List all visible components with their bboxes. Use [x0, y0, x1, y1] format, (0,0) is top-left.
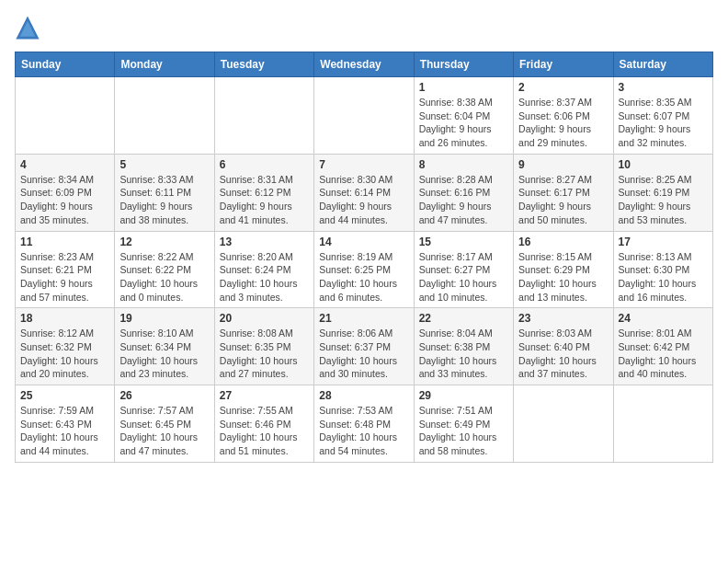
day-info: Sunrise: 7:59 AM Sunset: 6:43 PM Dayligh…	[20, 404, 109, 458]
day-info: Sunrise: 8:27 AM Sunset: 6:17 PM Dayligh…	[518, 173, 608, 227]
day-info: Sunrise: 8:04 AM Sunset: 6:38 PM Dayligh…	[419, 327, 508, 381]
day-number: 16	[518, 236, 608, 248]
calendar-cell: 21Sunrise: 8:06 AM Sunset: 6:37 PM Dayli…	[314, 308, 414, 385]
col-header-friday: Friday	[514, 52, 613, 77]
day-number: 2	[518, 81, 608, 94]
day-number: 13	[220, 236, 309, 248]
day-number: 25	[20, 389, 109, 402]
day-info: Sunrise: 8:38 AM Sunset: 6:04 PM Dayligh…	[419, 96, 508, 150]
calendar-cell: 14Sunrise: 8:19 AM Sunset: 6:25 PM Dayli…	[314, 231, 414, 308]
day-number: 29	[419, 389, 508, 402]
day-number: 3	[619, 81, 708, 94]
calendar-cell: 19Sunrise: 8:10 AM Sunset: 6:34 PM Dayli…	[115, 308, 214, 385]
calendar-cell: 12Sunrise: 8:22 AM Sunset: 6:22 PM Dayli…	[115, 231, 214, 308]
calendar-cell: 22Sunrise: 8:04 AM Sunset: 6:38 PM Dayli…	[414, 308, 513, 385]
page-header	[15, 15, 713, 40]
calendar-cell: 3Sunrise: 8:35 AM Sunset: 6:07 PM Daylig…	[613, 77, 712, 155]
col-header-wednesday: Wednesday	[314, 52, 414, 77]
calendar-cell: 7Sunrise: 8:30 AM Sunset: 6:14 PM Daylig…	[314, 154, 414, 231]
day-info: Sunrise: 8:23 AM Sunset: 6:21 PM Dayligh…	[20, 250, 109, 304]
calendar-cell: 28Sunrise: 7:53 AM Sunset: 6:48 PM Dayli…	[314, 385, 414, 463]
calendar-week-row: 4Sunrise: 8:34 AM Sunset: 6:09 PM Daylig…	[16, 154, 713, 231]
day-number: 6	[220, 158, 309, 171]
calendar-cell	[613, 385, 712, 463]
calendar-cell: 17Sunrise: 8:13 AM Sunset: 6:30 PM Dayli…	[613, 231, 712, 308]
calendar-header-row: SundayMondayTuesdayWednesdayThursdayFrid…	[16, 52, 713, 77]
day-number: 19	[119, 312, 209, 325]
day-info: Sunrise: 8:31 AM Sunset: 6:12 PM Dayligh…	[220, 173, 309, 227]
calendar-cell: 2Sunrise: 8:37 AM Sunset: 6:06 PM Daylig…	[514, 77, 613, 155]
day-number: 15	[419, 236, 508, 248]
calendar-cell: 13Sunrise: 8:20 AM Sunset: 6:24 PM Dayli…	[214, 231, 313, 308]
logo	[15, 15, 42, 40]
calendar-week-row: 11Sunrise: 8:23 AM Sunset: 6:21 PM Dayli…	[16, 231, 713, 308]
day-number: 18	[20, 312, 109, 325]
col-header-monday: Monday	[115, 52, 214, 77]
day-info: Sunrise: 7:57 AM Sunset: 6:45 PM Dayligh…	[119, 404, 209, 458]
calendar-cell: 20Sunrise: 8:08 AM Sunset: 6:35 PM Dayli…	[214, 308, 313, 385]
calendar-cell	[115, 77, 214, 155]
calendar-cell: 9Sunrise: 8:27 AM Sunset: 6:17 PM Daylig…	[514, 154, 613, 231]
day-number: 4	[20, 158, 109, 171]
calendar-week-row: 25Sunrise: 7:59 AM Sunset: 6:43 PM Dayli…	[16, 385, 713, 463]
day-number: 23	[518, 312, 608, 325]
calendar-cell: 8Sunrise: 8:28 AM Sunset: 6:16 PM Daylig…	[414, 154, 513, 231]
day-info: Sunrise: 8:13 AM Sunset: 6:30 PM Dayligh…	[619, 250, 708, 304]
day-number: 14	[319, 236, 408, 248]
day-info: Sunrise: 8:06 AM Sunset: 6:37 PM Dayligh…	[319, 327, 408, 381]
day-number: 10	[619, 158, 708, 171]
day-info: Sunrise: 8:03 AM Sunset: 6:40 PM Dayligh…	[518, 327, 608, 381]
day-number: 22	[419, 312, 508, 325]
day-number: 12	[119, 236, 209, 248]
day-info: Sunrise: 8:20 AM Sunset: 6:24 PM Dayligh…	[220, 250, 309, 304]
day-info: Sunrise: 8:33 AM Sunset: 6:11 PM Dayligh…	[119, 173, 209, 227]
col-header-thursday: Thursday	[414, 52, 513, 77]
calendar-week-row: 18Sunrise: 8:12 AM Sunset: 6:32 PM Dayli…	[16, 308, 713, 385]
day-info: Sunrise: 8:25 AM Sunset: 6:19 PM Dayligh…	[619, 173, 708, 227]
day-number: 11	[20, 236, 109, 248]
calendar-cell: 1Sunrise: 8:38 AM Sunset: 6:04 PM Daylig…	[414, 77, 513, 155]
calendar-cell: 29Sunrise: 7:51 AM Sunset: 6:49 PM Dayli…	[414, 385, 513, 463]
col-header-saturday: Saturday	[613, 52, 712, 77]
calendar-cell: 25Sunrise: 7:59 AM Sunset: 6:43 PM Dayli…	[16, 385, 115, 463]
calendar-cell	[514, 385, 613, 463]
calendar-cell: 4Sunrise: 8:34 AM Sunset: 6:09 PM Daylig…	[16, 154, 115, 231]
day-info: Sunrise: 8:22 AM Sunset: 6:22 PM Dayligh…	[119, 250, 209, 304]
day-info: Sunrise: 8:30 AM Sunset: 6:14 PM Dayligh…	[319, 173, 408, 227]
day-number: 26	[119, 389, 209, 402]
calendar-cell: 23Sunrise: 8:03 AM Sunset: 6:40 PM Dayli…	[514, 308, 613, 385]
day-info: Sunrise: 8:10 AM Sunset: 6:34 PM Dayligh…	[119, 327, 209, 381]
calendar-cell: 24Sunrise: 8:01 AM Sunset: 6:42 PM Dayli…	[613, 308, 712, 385]
day-info: Sunrise: 8:15 AM Sunset: 6:29 PM Dayligh…	[518, 250, 608, 304]
day-number: 7	[319, 158, 408, 171]
day-info: Sunrise: 8:35 AM Sunset: 6:07 PM Dayligh…	[619, 96, 708, 150]
calendar-cell: 27Sunrise: 7:55 AM Sunset: 6:46 PM Dayli…	[214, 385, 313, 463]
logo-icon	[15, 15, 40, 40]
day-info: Sunrise: 8:19 AM Sunset: 6:25 PM Dayligh…	[319, 250, 408, 304]
day-info: Sunrise: 7:53 AM Sunset: 6:48 PM Dayligh…	[319, 404, 408, 458]
day-info: Sunrise: 8:34 AM Sunset: 6:09 PM Dayligh…	[20, 173, 109, 227]
calendar-cell: 18Sunrise: 8:12 AM Sunset: 6:32 PM Dayli…	[16, 308, 115, 385]
day-number: 21	[319, 312, 408, 325]
day-number: 1	[419, 81, 508, 94]
day-info: Sunrise: 8:12 AM Sunset: 6:32 PM Dayligh…	[20, 327, 109, 381]
day-info: Sunrise: 8:01 AM Sunset: 6:42 PM Dayligh…	[619, 327, 708, 381]
day-number: 28	[319, 389, 408, 402]
calendar-table: SundayMondayTuesdayWednesdayThursdayFrid…	[15, 52, 713, 463]
calendar-cell	[214, 77, 313, 155]
day-info: Sunrise: 8:37 AM Sunset: 6:06 PM Dayligh…	[518, 96, 608, 150]
day-number: 8	[419, 158, 508, 171]
day-number: 17	[619, 236, 708, 248]
day-number: 27	[220, 389, 309, 402]
calendar-cell	[314, 77, 414, 155]
calendar-cell: 26Sunrise: 7:57 AM Sunset: 6:45 PM Dayli…	[115, 385, 214, 463]
day-info: Sunrise: 8:08 AM Sunset: 6:35 PM Dayligh…	[220, 327, 309, 381]
day-info: Sunrise: 8:17 AM Sunset: 6:27 PM Dayligh…	[419, 250, 508, 304]
calendar-cell: 5Sunrise: 8:33 AM Sunset: 6:11 PM Daylig…	[115, 154, 214, 231]
calendar-cell: 16Sunrise: 8:15 AM Sunset: 6:29 PM Dayli…	[514, 231, 613, 308]
col-header-sunday: Sunday	[16, 52, 115, 77]
day-info: Sunrise: 7:55 AM Sunset: 6:46 PM Dayligh…	[220, 404, 309, 458]
day-number: 20	[220, 312, 309, 325]
calendar-cell: 15Sunrise: 8:17 AM Sunset: 6:27 PM Dayli…	[414, 231, 513, 308]
calendar-cell: 6Sunrise: 8:31 AM Sunset: 6:12 PM Daylig…	[214, 154, 313, 231]
